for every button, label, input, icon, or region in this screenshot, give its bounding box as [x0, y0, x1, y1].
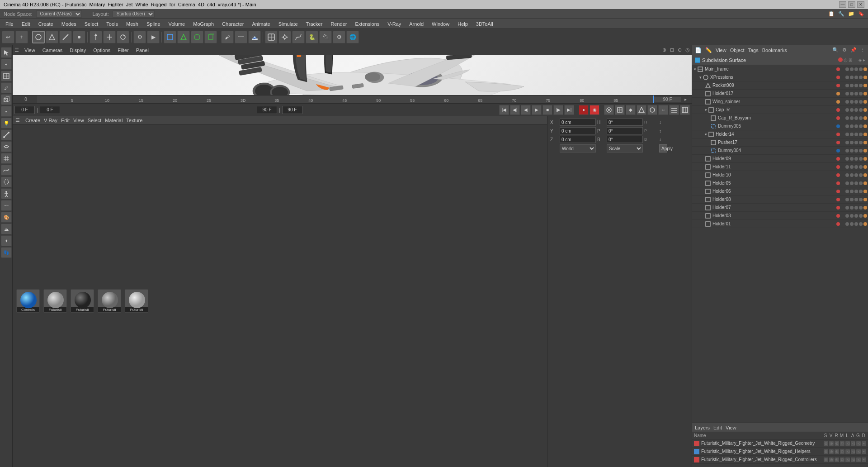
layers-menu-toggle[interactable]: Layers	[695, 425, 710, 430]
deform-tool[interactable]: 〰	[235, 31, 247, 43]
render-settings[interactable]: ⚙	[133, 31, 146, 43]
panel-icon-4[interactable]: 🔖	[858, 11, 864, 17]
undo-button[interactable]: ↩	[2, 31, 14, 43]
menu-item-window[interactable]: Window	[428, 20, 453, 28]
layer-helpers[interactable]: Futuristic_Military_Fighter_Jet_White_Ri…	[692, 448, 868, 456]
tree-item-holder01[interactable]: Holder01	[692, 220, 868, 228]
frame-current-input[interactable]	[40, 106, 60, 114]
goto-end-button[interactable]: ▶|	[564, 105, 574, 115]
timeline-ruler[interactable]: 5 10 15 20 25 3D 35 40 45 50 55 60 65 70…	[37, 95, 654, 104]
right-search-icon[interactable]: 🔍	[832, 47, 839, 53]
frame-start-input[interactable]	[14, 106, 35, 114]
menu-item-spline[interactable]: Spline	[143, 20, 164, 28]
prev-key-button[interactable]: ◀|	[510, 105, 520, 115]
menu-item-create[interactable]: Create	[35, 20, 57, 28]
layout-dropdown[interactable]: Startup (User)	[113, 10, 155, 18]
vp-icon-4[interactable]: ◎	[685, 47, 690, 53]
layer-help-r[interactable]: ◎	[835, 449, 839, 454]
field-btn[interactable]	[1, 176, 12, 187]
object-tree[interactable]: ▾ Main_frame ▾	[692, 65, 868, 423]
tree-item-capr[interactable]: ▾ Cap_R	[692, 106, 868, 114]
paint-sidebar-btn[interactable]: 🎨	[1, 212, 12, 223]
menu-item-render[interactable]: Render	[327, 20, 350, 28]
layer-help-g[interactable]: ◁	[856, 449, 861, 454]
mat-material-menu[interactable]: Material	[105, 118, 123, 123]
render-to-picture[interactable]: ▶	[147, 31, 160, 43]
motion-btn[interactable]: 〰	[1, 200, 12, 211]
menu-item-volume[interactable]: Volume	[165, 20, 189, 28]
tree-item-mainframe[interactable]: ▾ Main_frame	[692, 65, 868, 73]
layer-ctrl-v[interactable]: ◎	[829, 457, 834, 462]
vp-cameras-menu[interactable]: Cameras	[41, 48, 65, 53]
layer-ctrl-g[interactable]: ◁	[856, 457, 861, 462]
menu-item-simulate[interactable]: Simulate	[275, 20, 302, 28]
record-button[interactable]: ●	[579, 105, 589, 115]
y-input[interactable]	[560, 127, 596, 134]
viewport[interactable]	[13, 55, 692, 95]
right-edit-icon[interactable]: ✏️	[705, 47, 712, 53]
motion-mgr-btn[interactable]	[669, 105, 679, 115]
layers-edit-menu[interactable]: Edit	[713, 425, 722, 430]
material-controls[interactable]: Controls	[16, 289, 40, 313]
subdiv-icon-3[interactable]: ⋯	[853, 57, 858, 62]
new-cube[interactable]	[204, 31, 217, 43]
tree-item-holder14[interactable]: ▾ Holder14	[692, 130, 868, 138]
right-more-icon[interactable]: ⋮	[860, 47, 865, 53]
menu-item-modes[interactable]: Modes	[58, 20, 80, 28]
grid-btn[interactable]	[1, 153, 12, 164]
layer-geometry[interactable]: Futuristic_Military_Fighter_Jet_White_Ri…	[692, 439, 868, 448]
tree-item-holder06[interactable]: Holder06	[692, 187, 868, 195]
select-tool-btn[interactable]	[1, 47, 12, 58]
panel-icon-2[interactable]: 🔧	[838, 11, 844, 17]
vp-display-menu[interactable]: Display	[68, 48, 88, 53]
light-btn[interactable]: 💡	[1, 118, 12, 129]
key-pos-btn[interactable]	[637, 105, 646, 115]
layer-geo-r[interactable]: ◎	[835, 441, 839, 446]
menu-item-help[interactable]: Help	[454, 20, 472, 28]
move-obj-btn[interactable]: +	[1, 59, 12, 70]
menu-item-mograph[interactable]: MoGraph	[189, 20, 217, 28]
snapping[interactable]	[278, 31, 291, 43]
node-space-dropdown[interactable]: Current (V-Ray)	[36, 10, 82, 18]
frame-end-input[interactable]	[257, 106, 277, 114]
bone-btn[interactable]	[1, 129, 12, 140]
right-tags-menu[interactable]: Tags	[748, 48, 758, 53]
walk-btn[interactable]: 👣	[1, 247, 12, 258]
minimize-button[interactable]: —	[839, 1, 846, 8]
layer-geo-d[interactable]: •	[862, 441, 866, 446]
right-view-menu[interactable]: View	[716, 48, 726, 53]
tree-item-wingspinner[interactable]: Wing_spinner	[692, 98, 868, 106]
spline-btn[interactable]	[1, 165, 12, 176]
deformer-btn[interactable]	[1, 141, 12, 152]
right-object-menu[interactable]: Object	[730, 48, 745, 53]
menu-item-tracker[interactable]: Tracker	[302, 20, 326, 28]
layer-ctrl-l[interactable]: ◁	[845, 457, 850, 462]
key-scale-btn[interactable]: ↔	[658, 105, 668, 115]
z-input[interactable]	[560, 136, 596, 143]
paint-tool[interactable]: 🖌	[221, 31, 234, 43]
mode-edge[interactable]	[59, 31, 72, 43]
move-button[interactable]: +	[15, 31, 28, 43]
material-editor[interactable]	[265, 31, 278, 43]
right-file-icon[interactable]: 📄	[695, 47, 702, 53]
layer-help-l[interactable]: ◁	[845, 449, 850, 454]
plugin-tool[interactable]: 🔌	[319, 31, 332, 43]
right-pin-icon[interactable]: 📌	[850, 47, 857, 53]
mat-view-menu[interactable]: View	[73, 118, 84, 123]
p-input[interactable]	[607, 127, 643, 134]
menu-item-vray[interactable]: V-Ray	[384, 20, 405, 28]
play-forward-button[interactable]: ▶	[532, 105, 542, 115]
vp-panel-menu[interactable]: Panel	[134, 48, 151, 53]
apply-button[interactable]: Apply	[659, 144, 667, 152]
material-futuristi-4[interactable]: Futuristi	[125, 289, 148, 313]
play-stop-button[interactable]: ■	[542, 105, 552, 115]
subdiv-icon-5[interactable]: ▸	[863, 57, 865, 62]
right-bookmarks-menu[interactable]: Bookmarks	[762, 48, 787, 53]
tree-item-caprboyyom[interactable]: Cap_R_Boyyom	[692, 114, 868, 122]
rotate-tool[interactable]	[117, 31, 129, 43]
menu-item-animate[interactable]: Animate	[248, 20, 274, 28]
subdiv-icon-1[interactable]: ◎	[844, 57, 848, 62]
close-button[interactable]: ✕	[857, 1, 864, 8]
cube-btn[interactable]	[1, 94, 12, 105]
key-rot-btn[interactable]	[647, 105, 657, 115]
